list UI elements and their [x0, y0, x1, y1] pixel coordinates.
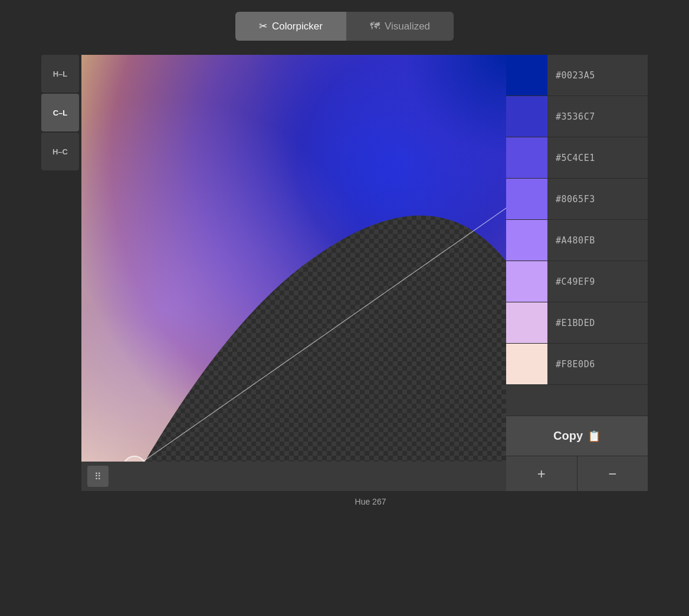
swatch-item-3[interactable]: #8065F3	[506, 179, 648, 220]
add-swatch-button[interactable]: +	[506, 456, 578, 491]
color-swatches-list: #0023A5 #3536C7 #5C4CE1 #8065F3 #A480FB	[506, 55, 648, 416]
mode-cl-label: C–L	[53, 108, 68, 117]
swatch-label-5: #C49EF9	[547, 276, 595, 287]
swatch-color-2	[506, 137, 547, 178]
minus-icon: −	[608, 466, 616, 482]
main-area: H–L C–L H–C	[41, 55, 648, 491]
hue-label: Hue 267	[355, 497, 386, 506]
picker-canvas-wrapper: ⠿	[81, 55, 506, 491]
copy-button[interactable]: Copy 📋	[553, 429, 601, 443]
swatch-item-1[interactable]: #3536C7	[506, 96, 648, 137]
swatch-item-4[interactable]: #A480FB	[506, 220, 648, 261]
swatch-item-0[interactable]: #0023A5	[506, 55, 648, 96]
swatch-color-4	[506, 220, 547, 261]
clipboard-icon: 📋	[588, 430, 601, 443]
colorpicker-icon: ✂	[259, 20, 267, 32]
swatch-label-7: #F8E0D6	[547, 359, 595, 370]
mode-hc-button[interactable]: H–C	[41, 133, 79, 170]
mode-hl-label: H–L	[53, 70, 68, 78]
mode-hl-button[interactable]: H–L	[41, 55, 79, 93]
tab-bar: ✂ Colorpicker 🗺 Visualized	[235, 12, 454, 41]
swatch-label-4: #A480FB	[547, 235, 595, 246]
tab-colorpicker-label: Colorpicker	[272, 21, 323, 32]
grid-view-button[interactable]: ⠿	[87, 466, 109, 487]
tab-visualized-label: Visualized	[385, 21, 430, 32]
swatch-label-2: #5C4CE1	[547, 153, 595, 163]
canvas-bottom-bar: ⠿	[81, 462, 506, 491]
swatch-color-1	[506, 96, 547, 137]
remove-swatch-button[interactable]: −	[578, 456, 648, 491]
right-panel: #0023A5 #3536C7 #5C4CE1 #8065F3 #A480FB	[506, 55, 648, 491]
swatch-label-0: #0023A5	[547, 70, 595, 81]
grid-icon: ⠿	[94, 471, 101, 482]
swatch-color-3	[506, 179, 547, 219]
plus-icon: +	[537, 466, 546, 482]
picker-canvas[interactable]	[81, 55, 506, 479]
swatch-color-7	[506, 344, 547, 384]
plus-minus-row: + −	[506, 456, 648, 491]
mode-hc-label: H–C	[53, 147, 68, 156]
copy-area[interactable]: Copy 📋	[506, 416, 648, 456]
swatch-color-5	[506, 261, 547, 302]
side-buttons: H–L C–L H–C	[41, 55, 79, 170]
tab-colorpicker[interactable]: ✂ Colorpicker	[235, 12, 346, 41]
swatch-label-3: #8065F3	[547, 194, 595, 205]
visualized-icon: 🗺	[370, 21, 380, 32]
swatch-item-6[interactable]: #E1BDED	[506, 302, 648, 344]
mode-cl-button[interactable]: C–L	[41, 94, 79, 131]
swatch-item-7[interactable]: #F8E0D6	[506, 344, 648, 385]
swatch-item-5[interactable]: #C49EF9	[506, 261, 648, 302]
tab-visualized[interactable]: 🗺 Visualized	[346, 12, 454, 41]
swatch-item-2[interactable]: #5C4CE1	[506, 137, 648, 179]
color-gradient-display	[81, 55, 506, 479]
swatch-label-6: #E1BDED	[547, 318, 595, 328]
swatch-label-1: #3536C7	[547, 111, 595, 122]
copy-label: Copy	[553, 429, 583, 443]
swatch-color-6	[506, 302, 547, 343]
swatch-color-0	[506, 55, 547, 95]
